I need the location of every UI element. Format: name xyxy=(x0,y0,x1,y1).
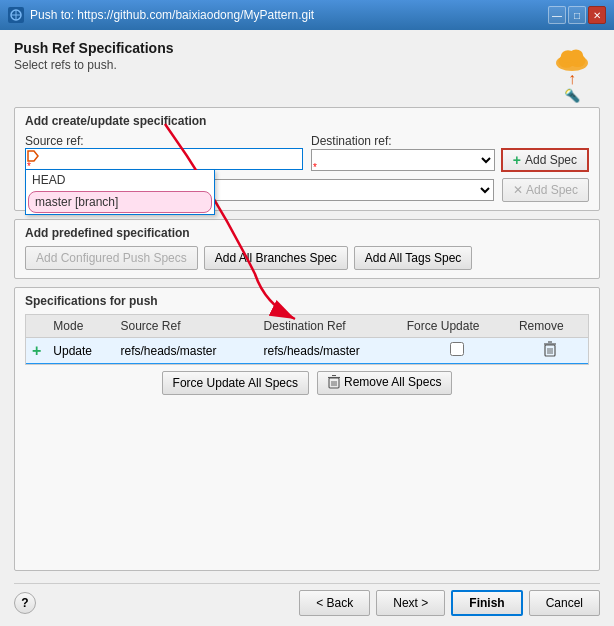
row-add-icon: + xyxy=(32,342,41,359)
specs-table-wrapper: Mode Source Ref Destination Ref Force Up… xyxy=(25,314,589,365)
dest-ref-required: * xyxy=(313,162,317,173)
add-spec-button[interactable]: + Add Spec xyxy=(501,148,589,172)
source-ref-tag-icon xyxy=(27,150,39,165)
add-spec-plus-icon: + xyxy=(513,152,521,168)
add-all-tags-spec-label: Add All Tags Spec xyxy=(365,251,462,265)
page-subtitle: Select refs to push. xyxy=(14,58,173,72)
upload-arrow-icon: ↑ xyxy=(568,70,576,88)
row-remove[interactable] xyxy=(513,338,588,364)
window-controls[interactable]: — □ ✕ xyxy=(548,6,606,24)
col-header-source-ref: Source Ref xyxy=(115,315,258,338)
force-update-all-specs-button[interactable]: Force Update All Specs xyxy=(162,371,309,395)
heading-area: Push Ref Specifications Select refs to p… xyxy=(14,40,173,72)
remove-all-specs-label: Remove All Specs xyxy=(344,375,441,389)
destination-ref-select[interactable] xyxy=(311,149,495,171)
minimize-button[interactable]: — xyxy=(548,6,566,24)
predefined-buttons: Add Configured Push Specs Add All Branch… xyxy=(25,246,589,270)
lamp-icon: 🔦 xyxy=(564,88,580,103)
create-update-section-title: Add create/update specification xyxy=(25,114,589,128)
source-ref-label: Source ref: xyxy=(25,134,303,148)
back-button[interactable]: < Back xyxy=(299,590,370,616)
row-destination-ref: refs/heads/master xyxy=(258,338,401,364)
bottom-action-row: Force Update All Specs Remove All Specs xyxy=(25,371,589,395)
remove-all-specs-button[interactable]: Remove All Specs xyxy=(317,371,452,395)
app-icon xyxy=(8,7,24,23)
col-header-icon xyxy=(26,315,47,338)
add-configured-push-specs-label: Add Configured Push Specs xyxy=(36,251,187,265)
source-ref-input[interactable] xyxy=(25,148,303,170)
predefined-section: Add predefined specification Add Configu… xyxy=(14,219,600,279)
table-row: + Update refs/heads/master refs/heads/ma… xyxy=(26,338,588,364)
col-header-destination-ref: Destination Ref xyxy=(258,315,401,338)
predefined-section-title: Add predefined specification xyxy=(25,226,589,240)
destination-ref-label: Destination ref: xyxy=(311,134,589,148)
row-icon: + xyxy=(26,338,47,364)
add-spec-delete-button[interactable]: ✕ Add Spec xyxy=(502,178,589,202)
col-header-remove: Remove xyxy=(513,315,588,338)
title-bar: Push to: https://github.com/baixiaodong/… xyxy=(0,0,614,30)
dropdown-item-head[interactable]: HEAD xyxy=(26,170,214,190)
create-update-section: Add create/update specification Source r… xyxy=(14,107,600,211)
force-update-checkbox[interactable] xyxy=(450,342,464,356)
remove-row-button[interactable] xyxy=(543,341,557,360)
trash-icon xyxy=(543,341,557,357)
footer-nav: ? < Back Next > Finish Cancel xyxy=(14,583,600,616)
footer-right: < Back Next > Finish Cancel xyxy=(299,590,600,616)
row-force-update[interactable] xyxy=(401,338,513,364)
top-area: Push Ref Specifications Select refs to p… xyxy=(14,40,600,103)
specs-section-title: Specifications for push xyxy=(25,294,589,308)
col-header-mode: Mode xyxy=(47,315,114,338)
window-title: Push to: https://github.com/baixiaodong/… xyxy=(30,8,314,22)
force-update-all-specs-label: Force Update All Specs xyxy=(173,376,298,390)
close-button[interactable]: ✕ xyxy=(588,6,606,24)
add-all-tags-spec-button[interactable]: Add All Tags Spec xyxy=(354,246,473,270)
source-input-container: * HEAD master [branch] xyxy=(25,148,303,170)
cloud-icon-area: ↑ 🔦 xyxy=(552,44,592,103)
specs-table-container: Mode Source Ref Destination Ref Force Up… xyxy=(25,314,589,365)
page-title: Push Ref Specifications xyxy=(14,40,173,56)
source-ref-dropdown[interactable]: HEAD master [branch] xyxy=(25,170,215,215)
svg-marker-9 xyxy=(28,151,38,161)
row-source-ref: refs/heads/master xyxy=(115,338,258,364)
specs-table: Mode Source Ref Destination Ref Force Up… xyxy=(26,315,588,364)
destination-ref-area: Destination ref: * + Add Spec xyxy=(311,134,589,172)
add-all-branches-spec-label: Add All Branches Spec xyxy=(215,251,337,265)
source-ref-area: Source ref: * HEAD master xyxy=(25,134,303,170)
row-mode: Update xyxy=(47,338,114,364)
add-configured-push-specs-button[interactable]: Add Configured Push Specs xyxy=(25,246,198,270)
add-spec-delete-label: ✕ Add Spec xyxy=(513,183,578,197)
next-button[interactable]: Next > xyxy=(376,590,445,616)
svg-point-8 xyxy=(569,49,583,62)
dropdown-item-master[interactable]: master [branch] xyxy=(28,191,212,213)
finish-button[interactable]: Finish xyxy=(451,590,522,616)
col-header-force-update: Force Update xyxy=(401,315,513,338)
cancel-button[interactable]: Cancel xyxy=(529,590,600,616)
add-spec-label: Add Spec xyxy=(525,153,577,167)
help-button[interactable]: ? xyxy=(14,592,36,614)
maximize-button[interactable]: □ xyxy=(568,6,586,24)
remove-all-icon xyxy=(328,375,340,389)
specs-section: Specifications for push Mode Source Ref … xyxy=(14,287,600,571)
main-content: Push Ref Specifications Select refs to p… xyxy=(0,30,614,626)
add-all-branches-spec-button[interactable]: Add All Branches Spec xyxy=(204,246,348,270)
footer-left: ? xyxy=(14,592,36,614)
